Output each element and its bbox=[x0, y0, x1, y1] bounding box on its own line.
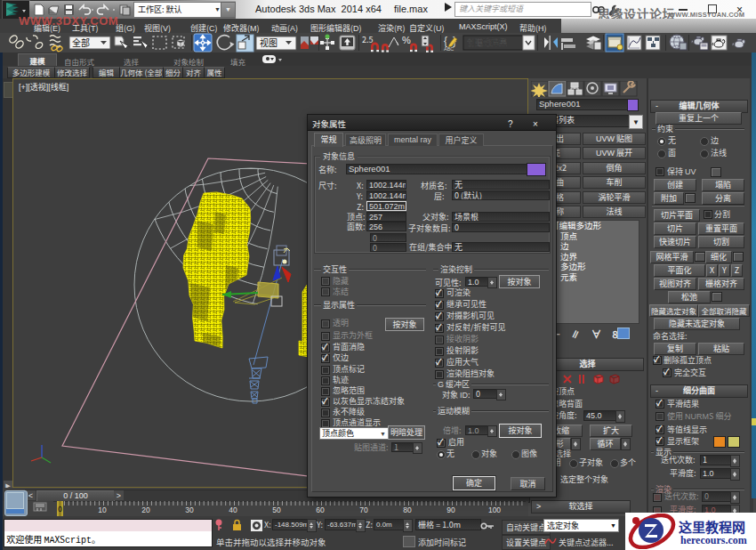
svg-text:视图: 视图 bbox=[260, 36, 277, 49]
svg-text:ABC: ABC bbox=[444, 45, 454, 53]
svg-text:10: 10 bbox=[98, 506, 107, 514]
svg-text:70: 70 bbox=[359, 506, 368, 514]
svg-text:创建选择集: 创建选择集 bbox=[467, 36, 507, 48]
svg-text:2.5: 2.5 bbox=[362, 34, 374, 45]
svg-text:30: 30 bbox=[185, 506, 194, 514]
svg-text:60: 60 bbox=[316, 506, 325, 514]
svg-text:50: 50 bbox=[272, 506, 281, 514]
svg-text:40: 40 bbox=[229, 506, 237, 514]
svg-text:20: 20 bbox=[141, 506, 150, 514]
svg-text:100: 100 bbox=[488, 506, 501, 514]
svg-text:0: 0 bbox=[58, 504, 62, 514]
svg-text:%: % bbox=[402, 33, 411, 46]
svg-text:全部: 全部 bbox=[72, 36, 90, 49]
svg-text:[+][透视][线框]: [+][透视][线框] bbox=[19, 81, 68, 93]
svg-text:90: 90 bbox=[446, 506, 455, 514]
svg-text:80: 80 bbox=[403, 506, 412, 514]
